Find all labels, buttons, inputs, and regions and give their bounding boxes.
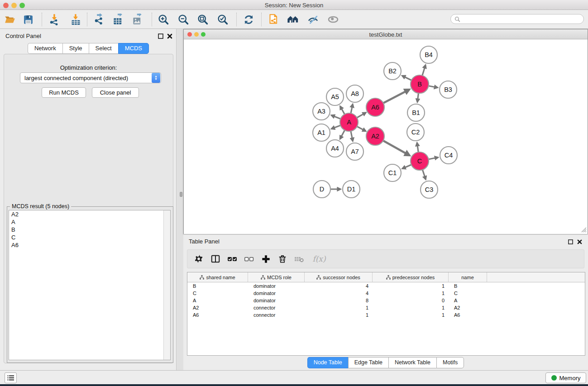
zoom-in-button[interactable]: [156, 12, 171, 27]
open-session-button[interactable]: [2, 12, 18, 27]
export-network-button[interactable]: [91, 12, 106, 27]
column-header-successor-nodes[interactable]: successor nodes: [305, 272, 373, 282]
column-view-button[interactable]: [209, 252, 222, 266]
search-field[interactable]: [450, 14, 584, 24]
cell-shared-name[interactable]: B: [187, 282, 248, 290]
close-panel-button[interactable]: Close panel: [92, 87, 139, 98]
table-row-B[interactable]: Bdominator41B: [187, 282, 585, 290]
graph-node-D[interactable]: D: [313, 181, 330, 198]
table-settings-button[interactable]: [192, 252, 206, 266]
tab-network-table[interactable]: Network Table: [388, 357, 436, 368]
zoom-out-button[interactable]: [176, 12, 191, 27]
cell-predecessor-nodes[interactable]: 1: [373, 290, 449, 297]
destroy-table-button[interactable]: [292, 252, 306, 266]
result-item-A6[interactable]: A6: [9, 241, 170, 249]
table-row-A6[interactable]: A6connector11A6: [187, 311, 585, 319]
tab-motifs[interactable]: Motifs: [436, 357, 464, 368]
tab-edge-table[interactable]: Edge Table: [348, 357, 388, 368]
deselect-all-rows-button[interactable]: [242, 252, 256, 266]
cell-name[interactable]: C: [449, 290, 487, 297]
graph-node-B[interactable]: B: [411, 75, 429, 93]
tab-mcds[interactable]: MCDS: [118, 43, 149, 54]
column-header-shared-name[interactable]: shared name: [187, 272, 248, 282]
tab-node-table[interactable]: Node Table: [307, 357, 348, 368]
delete-column-button[interactable]: [276, 252, 289, 266]
function-builder-button[interactable]: f(x): [309, 252, 329, 266]
column-header-predecessor-nodes[interactable]: predecessor nodes: [373, 272, 449, 282]
window-resize-grip[interactable]: [581, 227, 587, 233]
cell-successor-nodes[interactable]: 4: [305, 290, 373, 297]
import-table-button[interactable]: [68, 12, 83, 27]
graph-node-B1[interactable]: B1: [407, 104, 425, 121]
task-history-button[interactable]: [5, 372, 17, 383]
new-network-from-selection-button[interactable]: [266, 12, 282, 27]
export-image-button[interactable]: [130, 12, 145, 27]
cell-predecessor-nodes[interactable]: 1: [373, 311, 449, 319]
float-panel-icon[interactable]: [158, 33, 164, 38]
graph-node-A3[interactable]: A3: [313, 103, 330, 120]
graph-node-C3[interactable]: C3: [421, 181, 438, 198]
result-item-C[interactable]: C: [9, 234, 170, 241]
graph-node-A5[interactable]: A5: [326, 88, 344, 105]
graph-node-C[interactable]: C: [411, 152, 429, 170]
cell-name[interactable]: A6: [449, 311, 487, 319]
cell-MCDS-role[interactable]: connector: [248, 311, 305, 319]
cell-successor-nodes[interactable]: 1: [305, 304, 373, 311]
cell-name[interactable]: B: [449, 282, 487, 290]
table-row-A[interactable]: Adominator80A: [187, 297, 585, 304]
table-row-A2[interactable]: A2connector11A2: [187, 304, 585, 311]
network-graph[interactable]: AA1A2A3A4A5A6A7A8BB1B2B3B4CC1C2C3C4DD1: [184, 40, 588, 234]
save-session-button[interactable]: [20, 12, 36, 27]
tab-network[interactable]: Network: [28, 43, 62, 54]
tab-style[interactable]: Style: [62, 43, 89, 54]
cell-shared-name[interactable]: A6: [187, 311, 248, 319]
table-row-C[interactable]: Cdominator41C: [187, 290, 585, 297]
tab-select[interactable]: Select: [89, 43, 118, 54]
zoom-selected-button[interactable]: [215, 12, 230, 27]
search-input[interactable]: [460, 16, 583, 22]
graph-node-B3[interactable]: B3: [440, 81, 457, 98]
cell-MCDS-role[interactable]: connector: [248, 304, 305, 311]
criterion-dropdown[interactable]: largest connected component (directed) ▲…: [20, 72, 161, 83]
cell-MCDS-role[interactable]: dominator: [248, 290, 305, 297]
cell-predecessor-nodes[interactable]: 1: [373, 304, 449, 311]
graph-node-A2[interactable]: A2: [366, 127, 384, 145]
result-item-A2[interactable]: A2: [9, 210, 170, 218]
graph-node-A8[interactable]: A8: [346, 85, 363, 102]
graph-node-C4[interactable]: C4: [440, 147, 457, 164]
table-close-icon[interactable]: [577, 238, 583, 244]
cell-successor-nodes[interactable]: 8: [305, 297, 373, 304]
import-network-button[interactable]: [47, 12, 62, 27]
cell-MCDS-role[interactable]: dominator: [248, 282, 305, 290]
result-list-scrollbar[interactable]: [163, 210, 170, 360]
cell-predecessor-nodes[interactable]: 1: [373, 282, 449, 290]
cell-name[interactable]: A2: [449, 304, 487, 311]
cell-shared-name[interactable]: C: [187, 290, 248, 297]
close-panel-icon[interactable]: [167, 33, 173, 38]
export-table-button[interactable]: [110, 12, 126, 27]
add-column-button[interactable]: [259, 252, 272, 266]
graph-node-D1[interactable]: D1: [343, 181, 360, 198]
graph-node-A[interactable]: A: [340, 113, 358, 131]
memory-button[interactable]: Memory: [545, 372, 586, 383]
cell-MCDS-role[interactable]: dominator: [248, 297, 305, 304]
graph-node-C2[interactable]: C2: [407, 124, 424, 141]
cell-name[interactable]: A: [449, 297, 487, 304]
result-item-A[interactable]: A: [9, 218, 170, 226]
table-float-icon[interactable]: [568, 238, 574, 244]
graph-node-A7[interactable]: A7: [346, 143, 363, 160]
select-all-rows-button[interactable]: [225, 252, 239, 266]
cell-successor-nodes[interactable]: 4: [305, 282, 373, 290]
first-neighbors-button[interactable]: [285, 12, 301, 27]
result-item-B[interactable]: B: [9, 226, 170, 234]
hide-graphics-details-button[interactable]: [305, 12, 320, 27]
column-header-MCDS-role[interactable]: MCDS role: [248, 272, 305, 282]
cell-successor-nodes[interactable]: 1: [305, 311, 373, 319]
graph-node-C1[interactable]: C1: [384, 164, 401, 181]
zoom-fit-button[interactable]: [195, 12, 210, 27]
graph-node-A6[interactable]: A6: [366, 98, 384, 116]
refresh-view-button[interactable]: [241, 12, 256, 27]
cell-predecessor-nodes[interactable]: 0: [373, 297, 449, 304]
run-mcds-button[interactable]: Run MCDS: [42, 87, 86, 98]
cell-shared-name[interactable]: A2: [187, 304, 248, 311]
